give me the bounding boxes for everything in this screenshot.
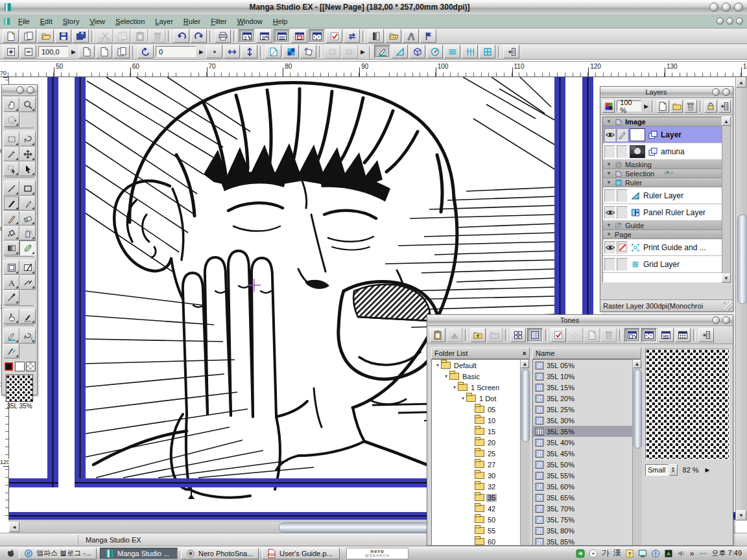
layer-visibility-toggle[interactable] [604, 206, 615, 219]
lasso-tool[interactable] [19, 132, 36, 146]
menu-story[interactable]: Story [58, 16, 85, 27]
transparency-button[interactable] [265, 45, 281, 58]
redo-button[interactable] [191, 29, 207, 43]
selection-menu-button[interactable]: ▶ [359, 45, 367, 58]
preview-a-button[interactable] [624, 328, 640, 342]
eraser-tool[interactable] [19, 211, 36, 226]
fill-tool[interactable] [3, 226, 19, 240]
window-maximize-button[interactable] [722, 3, 731, 12]
gradient-tool[interactable] [3, 240, 19, 255]
layer-draw-toggle[interactable] [617, 206, 628, 219]
tone-item-35l-10-[interactable]: 35L 10% [533, 371, 641, 382]
scroll-left-button[interactable]: ◄ [9, 522, 19, 532]
tones-palette-toggle[interactable] [309, 29, 325, 43]
tone-item-35l-55-[interactable]: 35L 55% [533, 470, 641, 481]
layers-collapse-button[interactable] [712, 88, 720, 96]
menu-window[interactable]: Window [232, 16, 268, 27]
tone-folder-25[interactable]: 25 [432, 448, 529, 459]
pattern-brush-tool[interactable] [19, 240, 36, 255]
layer-visibility-toggle[interactable] [604, 189, 615, 202]
thumbnail-view-button[interactable] [510, 328, 526, 342]
layers-resize-grip[interactable] [724, 302, 732, 310]
layers-scroll-up[interactable]: ▲ [722, 117, 731, 126]
cut-button[interactable] [97, 29, 113, 43]
tones-name-header[interactable]: Name [532, 347, 641, 359]
snap-perspective-button[interactable] [409, 45, 425, 58]
tone-folder-27[interactable]: 27 [432, 459, 529, 470]
actions-button[interactable] [420, 29, 436, 43]
layer-row-layer[interactable]: Layer [603, 126, 722, 143]
tray-monitor-icon[interactable] [637, 548, 648, 559]
layer-section-masking[interactable]: ▼Masking [603, 160, 722, 169]
tray-greenGo-icon[interactable] [575, 548, 586, 559]
layers-menu-button[interactable] [718, 100, 731, 113]
tone-folder-55[interactable]: 55 [432, 525, 529, 536]
tone-folder-default[interactable]: ▾Default [432, 360, 529, 371]
layer-section-page[interactable]: ▼Page [603, 230, 722, 239]
marquee-tool[interactable] [3, 132, 19, 146]
menu-view[interactable]: View [84, 16, 110, 27]
vertical-scroll-thumb[interactable] [737, 215, 747, 304]
pen-tool[interactable] [3, 196, 19, 211]
current-tone-swatch[interactable] [6, 375, 33, 402]
layer-visibility-toggle[interactable] [604, 258, 615, 271]
preview-d-button[interactable] [675, 328, 691, 342]
tone-folder-05[interactable]: 05 [432, 404, 529, 415]
layers-scrollbar[interactable]: ▲ ▼ [722, 117, 731, 283]
paste-button[interactable] [132, 29, 148, 43]
layer-row-panel-ruler-layer[interactable]: Panel Ruler Layer [603, 204, 722, 221]
tools-collapse-button[interactable] [16, 86, 24, 94]
layer-lock-button[interactable] [704, 100, 717, 113]
selection-a-button[interactable] [324, 45, 340, 58]
tray-circDown-icon[interactable] [588, 548, 599, 559]
child-close-button[interactable] [736, 18, 743, 25]
pen-settings-button[interactable] [403, 29, 419, 43]
next-page-button[interactable] [96, 45, 112, 58]
tones-close-button[interactable] [722, 316, 730, 324]
list-view-button[interactable] [527, 328, 543, 342]
snap-triangle-button[interactable] [392, 45, 408, 58]
select-arrow-tool[interactable] [19, 161, 36, 176]
menu-selection[interactable]: Selection [110, 16, 150, 27]
snap-focus-button[interactable] [427, 45, 443, 58]
zoom-in-button[interactable] [3, 45, 19, 58]
tray-globe-icon[interactable] [650, 548, 661, 559]
save-all-button[interactable] [73, 29, 89, 43]
undo-button[interactable] [173, 29, 189, 43]
window-close-button[interactable] [734, 3, 743, 12]
rotate-view-button[interactable] [137, 45, 154, 58]
tone-folder-32[interactable]: 32 [432, 481, 529, 492]
preview-b-button[interactable] [641, 328, 657, 342]
new-tone-button[interactable] [584, 328, 600, 342]
tone-item-35l-80-[interactable]: 35L 80% [533, 525, 641, 536]
layer-visibility-toggle[interactable] [604, 128, 615, 141]
tone-folder-15[interactable]: 15 [432, 426, 529, 437]
materials-button[interactable] [368, 29, 384, 43]
layer-draw-toggle[interactable] [617, 189, 628, 202]
layer-section-guide[interactable]: ▼Guide [603, 221, 722, 230]
tone-folder-10[interactable]: 10 [432, 415, 529, 426]
layer-color-button[interactable] [602, 100, 615, 113]
layer-visibility-toggle[interactable] [604, 145, 615, 158]
layer-row-grid-layer[interactable]: Grid Layer [603, 256, 722, 273]
menu-filter[interactable]: Filter [206, 16, 231, 27]
apply-tone-button[interactable] [567, 328, 583, 342]
tone-item-35l-70-[interactable]: 35L 70% [533, 503, 641, 514]
layer-draw-toggle[interactable] [617, 128, 628, 141]
layer-row-ruler-layer[interactable]: Ruler Layer [603, 187, 722, 204]
menu-ruler[interactable]: Ruler [178, 16, 206, 27]
start-button[interactable] [5, 548, 16, 559]
finger-tool[interactable] [3, 309, 19, 324]
snap-grid-button[interactable] [479, 45, 495, 58]
selection-b-button[interactable] [342, 45, 358, 58]
layers-close-button[interactable] [722, 88, 730, 96]
hand-tool[interactable] [3, 97, 19, 112]
tone-folder-1-dot[interactable]: ▾1 Dot [432, 393, 529, 404]
tone-folder-button[interactable] [385, 29, 401, 43]
tool-options-palette-toggle[interactable] [256, 29, 272, 43]
prev-page-button[interactable] [78, 45, 95, 58]
tone-folder-30[interactable]: 30 [432, 470, 529, 481]
copy-button[interactable] [114, 29, 130, 43]
save-button[interactable] [55, 29, 71, 43]
rotate-page-button[interactable] [300, 45, 316, 58]
